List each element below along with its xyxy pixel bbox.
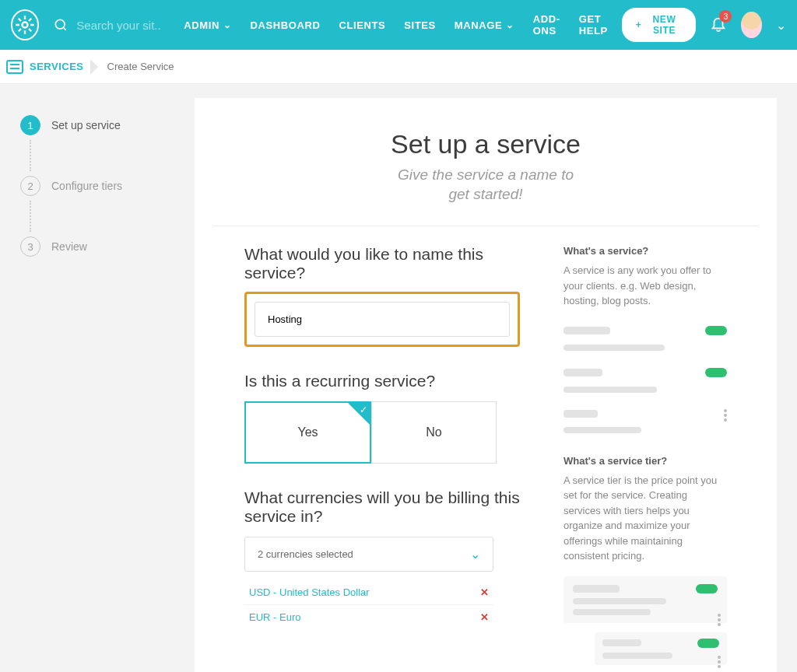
step-label: Configure tiers <box>51 180 122 192</box>
form-column: What would you like to name this service… <box>244 245 520 672</box>
services-icon <box>6 60 23 74</box>
nav-gethelp[interactable]: GET HELP <box>579 13 608 37</box>
breadcrumb-section[interactable]: SERVICES <box>30 61 97 72</box>
step-number: 3 <box>20 236 40 257</box>
search-input[interactable] <box>76 19 162 32</box>
notifications-button[interactable]: 3 <box>710 15 727 35</box>
nav-right: + NEW SITE 3 ⌄ <box>622 8 786 42</box>
info-column: What's a service? A service is any work … <box>564 245 727 672</box>
highlight-frame <box>244 292 520 347</box>
svg-point-0 <box>23 23 28 28</box>
plus-icon: + <box>636 19 642 30</box>
step-setup[interactable]: 1 Set up service <box>20 115 174 135</box>
nav-sites[interactable]: SITES <box>404 19 436 31</box>
breadcrumb: SERVICES Create Service <box>0 50 797 84</box>
remove-currency-button[interactable]: ✕ <box>480 586 489 598</box>
nav-dashboard[interactable]: DASHBOARD <box>251 19 321 31</box>
currency-item-eur: EUR - Euro ✕ <box>244 604 493 629</box>
currency-label: What currencies will you be billing this… <box>244 488 520 526</box>
breadcrumb-current: Create Service <box>103 61 174 72</box>
main-card: Set up a service Give the service a name… <box>195 98 777 672</box>
service-name-label: What would you like to name this service… <box>244 245 520 282</box>
step-review[interactable]: 3 Review <box>20 236 174 257</box>
divider <box>213 226 758 226</box>
chevron-down-icon: ⌄ <box>223 19 232 30</box>
step-tiers[interactable]: 2 Configure tiers <box>20 176 174 196</box>
nav-addons[interactable]: ADD-ONS <box>533 13 560 37</box>
step-number: 2 <box>20 176 40 196</box>
currency-label[interactable]: USD - United States Dollar <box>249 586 370 598</box>
svg-point-1 <box>56 19 65 29</box>
recurring-label: Is this a recurring service? <box>244 372 520 390</box>
service-name-block: What would you like to name this service… <box>244 245 520 347</box>
currency-dropdown[interactable]: 2 currencies selected ⌄ <box>244 537 493 572</box>
currency-list: USD - United States Dollar ✕ EUR - Euro … <box>244 579 493 629</box>
info-service-text: A service is any work you offer to your … <box>564 263 727 309</box>
info-service-heading: What's a service? <box>564 245 727 257</box>
step-label: Set up service <box>51 119 121 131</box>
search-icon <box>53 17 68 33</box>
check-icon: ✓ <box>360 404 367 415</box>
step-number: 1 <box>20 115 40 135</box>
service-name-input[interactable] <box>255 302 510 337</box>
currency-item-usd: USD - United States Dollar ✕ <box>244 579 493 604</box>
recurring-no[interactable]: No <box>371 401 497 464</box>
currency-block: What currencies will you be billing this… <box>244 488 520 629</box>
currency-summary: 2 currencies selected <box>258 548 353 560</box>
chevron-down-icon: ⌄ <box>470 547 480 562</box>
chevron-down-icon: ⌄ <box>506 19 514 30</box>
step-label: Review <box>51 240 87 253</box>
currency-label[interactable]: EUR - Euro <box>249 611 300 623</box>
logo-icon[interactable] <box>11 9 39 40</box>
new-site-button[interactable]: + NEW SITE <box>622 8 697 42</box>
user-menu-chevron[interactable]: ⌄ <box>776 18 786 33</box>
page-subtitle: Give the service a name to get started! <box>244 166 727 204</box>
nav-admin[interactable]: ADMIN⌄ <box>184 19 231 31</box>
nav-manage[interactable]: MANAGE⌄ <box>455 19 514 31</box>
recurring-yes[interactable]: Yes ✓ <box>244 401 371 464</box>
info-tier-text: A service tier is the price point you se… <box>564 473 727 564</box>
wizard-steps: 1 Set up service 2 Configure tiers 3 Rev… <box>0 84 195 672</box>
info-tier-heading: What's a service tier? <box>564 455 727 467</box>
nav-clients[interactable]: CLIENTS <box>339 19 385 31</box>
remove-currency-button[interactable]: ✕ <box>480 611 489 623</box>
recurring-options: Yes ✓ No <box>244 401 497 464</box>
search[interactable] <box>53 17 162 33</box>
top-nav: ADMIN⌄ DASHBOARD CLIENTS SITES MANAGE⌄ A… <box>0 0 797 50</box>
service-illustration <box>564 321 727 438</box>
notification-badge: 3 <box>719 10 732 23</box>
tier-illustration <box>564 576 727 672</box>
nav-items: ADMIN⌄ DASHBOARD CLIENTS SITES MANAGE⌄ A… <box>184 13 608 37</box>
recurring-block: Is this a recurring service? Yes ✓ No <box>244 372 520 464</box>
page-title: Set up a service <box>244 129 727 159</box>
avatar[interactable] <box>741 12 762 38</box>
